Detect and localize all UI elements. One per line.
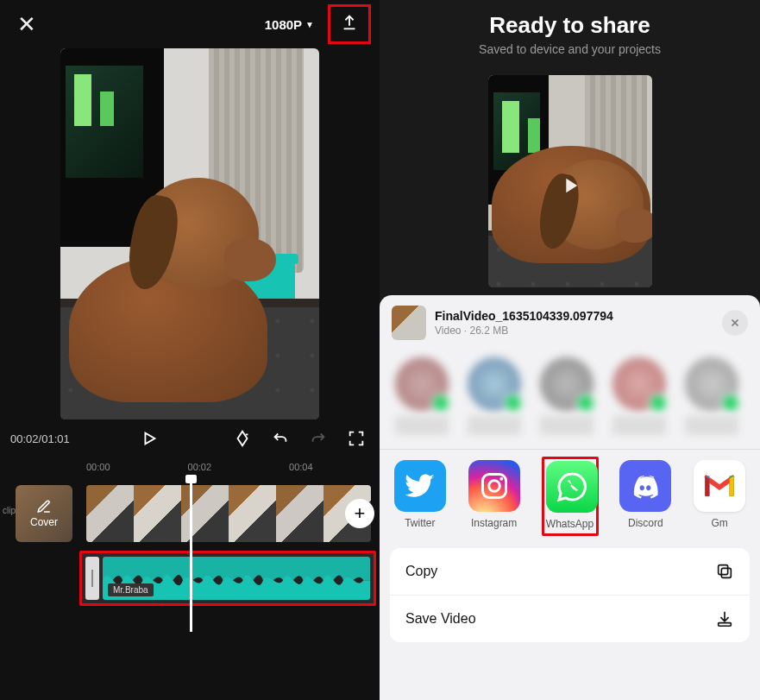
file-name: FinalVideo_1635104339.097794 (435, 309, 713, 323)
instagram-icon (468, 460, 520, 512)
time-display: 00:02/01:01 (10, 432, 70, 445)
whatsapp-badge-icon (504, 394, 523, 413)
undo-icon[interactable] (267, 426, 293, 451)
close-sheet-button[interactable] (722, 310, 748, 336)
svg-rect-4 (719, 565, 728, 575)
app-label: WhatsApp (546, 518, 594, 530)
avatar (685, 357, 738, 411)
close-icon (729, 317, 741, 329)
share-apps-row: Twitter Instagram WhatsApp Discord (380, 460, 760, 548)
contact-suggestions (380, 350, 760, 449)
play-icon (558, 173, 582, 198)
share-app-whatsapp[interactable]: WhatsApp (542, 457, 599, 536)
play-button[interactable] (136, 426, 162, 451)
app-label: Gm (693, 517, 746, 529)
action-label: Save Video (405, 611, 476, 627)
share-title: Ready to share (388, 12, 751, 39)
share-app-discord[interactable]: Discord (619, 460, 673, 529)
discord-icon (619, 460, 671, 512)
upload-icon (340, 13, 359, 35)
svg-point-1 (488, 481, 499, 492)
ruler-tick: 00:00 (86, 462, 110, 472)
contact-item[interactable] (468, 357, 521, 435)
ruler-tick: 00:04 (289, 462, 313, 472)
app-label: Twitter (393, 517, 447, 529)
avatar (540, 357, 594, 411)
action-list: Copy Save Video (390, 548, 750, 642)
share-app-twitter[interactable]: Twitter (393, 460, 447, 529)
close-icon[interactable]: ✕ (9, 6, 45, 43)
plus-icon: + (355, 502, 366, 525)
app-label: Instagram (468, 517, 521, 529)
contact-item[interactable] (540, 357, 594, 435)
cover-button[interactable]: Cover (16, 485, 72, 542)
video-clip[interactable] (86, 485, 371, 542)
ruler-tick: 00:02 (188, 462, 212, 472)
contact-item[interactable] (612, 357, 666, 435)
editor-screen: ✕ 1080P ▼ 00:02/01:01 (0, 0, 380, 700)
whatsapp-badge-icon (649, 394, 668, 413)
timeline-ruler: 00:00 00:02 00:04 (0, 457, 380, 476)
download-icon (715, 609, 734, 628)
file-info-row: FinalVideo_1635104339.097794 Video · 26.… (380, 295, 760, 350)
file-meta: Video · 26.2 MB (435, 325, 713, 337)
top-bar: ✕ 1080P ▼ (0, 0, 380, 48)
svg-point-2 (499, 477, 503, 481)
audio-track[interactable]: Mr.Braba (79, 551, 376, 606)
playhead[interactable] (190, 476, 192, 632)
copy-icon (715, 562, 734, 581)
whatsapp-badge-icon (721, 394, 740, 413)
whatsapp-icon (546, 461, 598, 513)
share-app-instagram[interactable]: Instagram (468, 460, 521, 529)
keyframe-icon[interactable] (229, 426, 255, 451)
avatar (395, 357, 449, 411)
result-video-thumb[interactable] (488, 75, 652, 287)
resolution-dropdown[interactable]: 1080P ▼ (258, 12, 321, 37)
timeline[interactable]: clip Cover + Mr.Braba (0, 476, 380, 632)
fullscreen-icon[interactable] (343, 426, 369, 451)
action-label: Copy (405, 564, 437, 579)
whatsapp-badge-icon (576, 394, 595, 413)
export-button[interactable] (328, 4, 371, 44)
app-label: Discord (619, 517, 673, 529)
whatsapp-badge-icon (431, 394, 450, 413)
audio-waveform[interactable]: Mr.Braba (103, 557, 370, 600)
add-clip-button[interactable]: + (345, 499, 374, 528)
save-video-action[interactable]: Save Video (390, 595, 750, 642)
playback-controls: 00:02/01:01 (0, 419, 380, 457)
contact-item[interactable] (395, 357, 449, 435)
share-subtitle: Saved to device and your projects (388, 42, 751, 56)
copy-action[interactable]: Copy (390, 548, 750, 595)
share-screen: Ready to share Saved to device and your … (380, 0, 760, 700)
resolution-label: 1080P (265, 17, 302, 32)
video-preview[interactable] (60, 48, 319, 419)
twitter-icon (394, 460, 446, 512)
audio-name-label: Mr.Braba (108, 583, 154, 596)
redo-icon (305, 426, 331, 451)
avatar (468, 357, 521, 411)
clip-source-label: clip (0, 506, 16, 515)
share-app-gmail[interactable]: Gm (693, 460, 746, 529)
avatar (612, 357, 666, 411)
file-thumb (392, 306, 426, 340)
svg-rect-3 (721, 568, 731, 577)
share-header: Ready to share Saved to device and your … (380, 0, 760, 61)
gmail-icon (694, 460, 745, 512)
chevron-down-icon: ▼ (305, 20, 314, 29)
contact-item[interactable] (685, 357, 738, 435)
cover-label: Cover (30, 516, 58, 528)
svg-rect-5 (719, 623, 732, 627)
audio-trim-handle[interactable] (85, 557, 99, 600)
share-sheet: FinalVideo_1635104339.097794 Video · 26.… (380, 295, 760, 700)
